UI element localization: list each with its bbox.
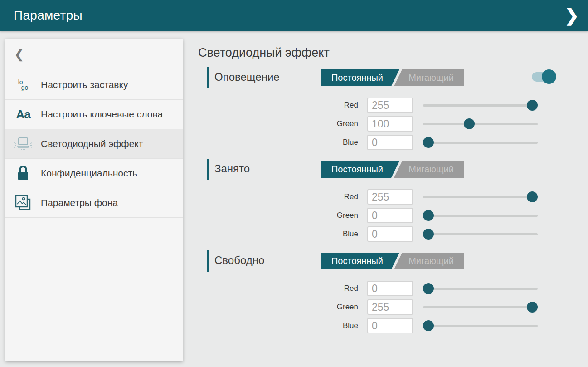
channel-row-blue: Blue [207,226,543,242]
channel-value-input[interactable] [367,208,413,223]
channel-label: Red [207,281,358,296]
sidebar-item-label: Настроить ключевые слова [41,108,163,120]
mode-option-blinking-label: Мигающий [398,69,464,86]
monitor-icon [13,137,33,151]
channel-label: Green [207,299,358,315]
mode-option-constant-label: Постоянный [321,161,394,178]
slider-track [423,104,538,107]
mode-option-blinking-label: Мигающий [398,161,464,178]
channel-row-blue: Blue [207,318,543,333]
channel-row-blue: Blue [207,135,543,150]
slider-thumb[interactable] [464,118,475,129]
page-title: Параметры [14,8,83,23]
channel-label: Green [207,208,358,223]
mode-segmented-control: Мигающий Постоянный [321,69,464,86]
enable-toggle[interactable] [532,69,556,84]
slider-thumb[interactable] [423,137,434,148]
sidebar-item-background[interactable]: Параметры фона [5,188,183,218]
channel-slider[interactable] [423,189,538,205]
channel-slider[interactable] [423,208,538,223]
channel-slider[interactable] [423,116,538,132]
mode-segmented-control: Мигающий Постоянный [321,161,464,178]
sidebar-item-icon-slot: logo [5,79,41,90]
sidebar-item-icon-slot [5,165,41,181]
channel-row-green: Green [207,208,543,223]
logo-text-icon: logo [18,79,29,90]
mode-segmented-control: Мигающий Постоянный [321,253,464,269]
sidebar-item-keywords[interactable]: Aa Настроить ключевые слова [5,100,183,129]
slider-track [423,142,538,144]
mode-option-constant-label: Постоянный [321,69,394,86]
slider-thumb[interactable] [423,229,434,240]
channel-label: Red [207,98,358,113]
sidebar-item-icon-slot [5,137,41,151]
channel-row-green: Green [207,116,543,132]
slider-track [423,288,538,290]
slider-thumb[interactable] [423,320,434,331]
sidebar-item-privacy[interactable]: Конфиденциальность [5,159,183,188]
sidebar-item-label: Настроить заставку [41,79,128,91]
section-accent-bar [207,67,209,88]
sidebar-item-icon-slot: Aa [5,108,41,122]
sidebar-item-label: Конфиденциальность [41,167,137,179]
sidebar-item-led-effect[interactable]: Светодиодный эффект [5,129,183,159]
section-title: Свободно [214,254,264,267]
slider-track [423,196,538,198]
channel-label: Green [207,116,358,132]
slider-thumb[interactable] [527,302,538,313]
channel-label: Blue [207,318,358,333]
channel-slider[interactable] [423,135,538,150]
lock-icon [16,165,30,181]
slider-thumb[interactable] [423,283,434,294]
channel-slider[interactable] [423,98,538,113]
forward-chevron-icon[interactable]: ❯ [564,0,579,31]
channel-label: Red [207,189,358,205]
aa-letters-icon: Aa [16,108,30,122]
channel-row-red: Red [207,189,543,205]
channel-row-red: Red [207,281,543,296]
sidebar-items: logo Настроить заставку Aa Настроить клю… [5,70,183,218]
channel-value-input[interactable] [367,226,413,242]
content-area: ❮ logo Настроить заставку Aa Настроить к… [0,31,588,367]
section-title: Занято [214,162,250,175]
back-chevron-icon: ❮ [14,47,24,62]
channel-value-input[interactable] [367,135,413,150]
channel-slider[interactable] [423,299,538,315]
mode-option-constant-label: Постоянный [321,253,394,269]
mode-option-blinking-label: Мигающий [398,253,464,269]
led-section-busy: Занято Мигающий Постоянный Red Green [207,159,543,250]
channel-value-input[interactable] [367,98,413,113]
section-accent-bar [207,159,209,180]
main-section-title: Светодиодный эффект [198,46,330,60]
channel-slider[interactable] [423,226,538,242]
channel-label: Blue [207,135,358,150]
channel-slider[interactable] [423,281,538,296]
channel-value-input[interactable] [367,299,413,315]
slider-thumb[interactable] [423,210,434,221]
sidebar-item-splash[interactable]: logo Настроить заставку [5,70,183,100]
sidebar-back-button[interactable]: ❮ [5,39,183,70]
led-section-notification: Оповещение Мигающий Постоянный Red Green [207,67,543,159]
channel-value-input[interactable] [367,318,413,333]
channel-value-input[interactable] [367,281,413,296]
slider-track [423,215,538,217]
channel-value-input[interactable] [367,189,413,205]
channel-label: Blue [207,226,358,242]
slider-thumb[interactable] [527,191,538,202]
sidebar-item-label: Светодиодный эффект [41,138,143,150]
section-accent-bar [207,250,209,272]
slider-track [423,306,538,308]
channel-value-input[interactable] [367,116,413,132]
channel-slider[interactable] [423,318,538,333]
images-icon [15,194,32,211]
sidebar-item-icon-slot [5,194,41,211]
channel-row-green: Green [207,299,543,315]
channel-row-red: Red [207,98,543,113]
led-section-free: Свободно Мигающий Постоянный Red Green [207,250,543,342]
slider-track [423,233,538,235]
slider-thumb[interactable] [527,100,538,111]
enable-toggle-thumb [542,69,556,84]
slider-track [423,325,538,327]
sidebar-item-label: Параметры фона [41,197,118,209]
section-title: Оповещение [214,71,280,83]
